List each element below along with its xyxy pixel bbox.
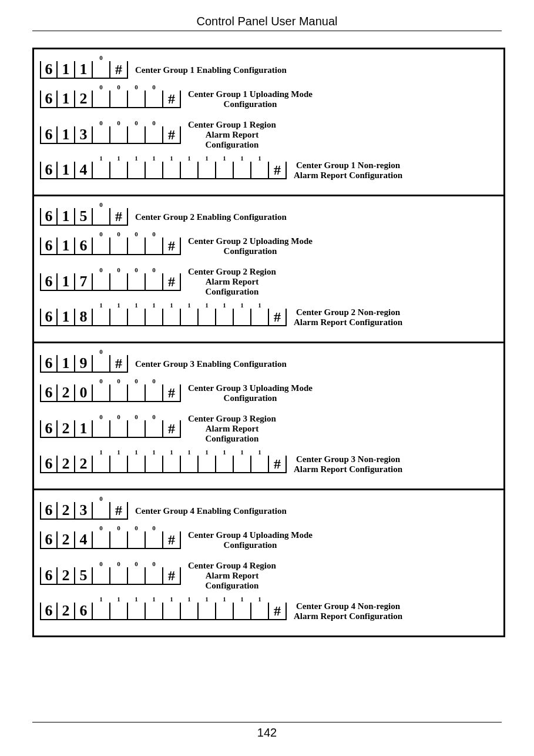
value-cell: 0 (146, 126, 163, 144)
code-digit: 1 (58, 61, 75, 79)
default-value: 0 (146, 413, 162, 420)
default-value: 1 (110, 155, 127, 162)
default-value: 1 (163, 302, 180, 309)
code-digit: 6 (40, 309, 58, 326)
value-cell: 1 (146, 309, 163, 326)
default-value: 1 (234, 596, 250, 603)
value-cell: 1 (251, 162, 269, 179)
value-cell: 1 (93, 309, 110, 326)
value-cell: 0 (110, 384, 128, 402)
value-cell: 0 (93, 355, 110, 373)
section: 6190#Center Group 3 Enabling Configurati… (34, 343, 503, 490)
code-digit: 2 (58, 384, 75, 402)
default-value: 0 (110, 230, 127, 237)
code-digit: 2 (58, 502, 75, 520)
value-cell: 1 (110, 162, 128, 179)
code-digit: 2 (58, 567, 75, 585)
hash-terminator: # (163, 237, 181, 255)
default-value: 1 (93, 302, 109, 309)
row-description: Center Group 4 Non-regionAlarm Report Co… (294, 601, 402, 621)
cell-group: 6190# (40, 355, 128, 373)
value-cell: 1 (163, 309, 181, 326)
cell-group: 6181111111111# (40, 309, 287, 326)
value-cell: 1 (181, 309, 199, 326)
default-value: 0 (93, 560, 109, 567)
hash-terminator: # (110, 208, 128, 226)
code-digit: 6 (40, 456, 58, 473)
value-cell: 0 (146, 273, 163, 291)
value-cell: 0 (128, 531, 146, 549)
code-digit: 2 (58, 531, 75, 549)
value-cell: 0 (93, 91, 110, 108)
value-cell: 0 (93, 208, 110, 226)
config-row: 6221111111111#Center Group 3 Non-regionA… (40, 454, 498, 474)
value-cell: 0 (93, 384, 110, 402)
hash-terminator: # (163, 384, 181, 402)
code-digit: 4 (75, 531, 93, 549)
value-cell: 1 (181, 162, 199, 179)
hash-terminator: # (163, 531, 181, 549)
code-digit: 3 (75, 126, 93, 144)
default-value: 1 (216, 449, 233, 456)
code-digit: 6 (40, 162, 58, 179)
value-cell: 0 (110, 531, 128, 549)
value-cell: 1 (181, 456, 199, 473)
default-value: 1 (163, 155, 180, 162)
cell-group: 6240000# (40, 531, 181, 549)
section: 6110#Center Group 1 Enabling Configurati… (34, 49, 503, 196)
config-row: 6190#Center Group 3 Enabling Configurati… (40, 355, 498, 373)
code-digit: 1 (58, 162, 75, 179)
hash-terminator: # (269, 603, 287, 620)
default-value: 0 (110, 119, 127, 126)
default-value: 1 (93, 449, 109, 456)
code-digit: 6 (40, 603, 58, 620)
value-cell: 0 (128, 126, 146, 144)
default-value: 1 (216, 302, 233, 309)
code-digit: 6 (40, 208, 58, 226)
hash-terminator: # (269, 456, 287, 473)
value-cell: 0 (146, 237, 163, 255)
row-description: Center Group 4 RegionAlarm ReportConfigu… (188, 561, 276, 591)
value-cell: 1 (181, 603, 199, 620)
section: 6150#Center Group 2 Enabling Configurati… (34, 196, 503, 343)
default-value: 0 (93, 495, 109, 502)
hash-terminator: # (110, 355, 128, 373)
value-cell: 1 (199, 162, 216, 179)
code-digit: 8 (75, 309, 93, 326)
value-cell: 1 (110, 603, 128, 620)
row-description: Center Group 1 Uploading ModeConfigurati… (188, 89, 313, 109)
code-digit: 6 (40, 91, 58, 108)
config-row: 6160000#Center Group 2 Uploading ModeCon… (40, 236, 498, 256)
value-cell: 0 (93, 420, 110, 438)
row-description: Center Group 2 Non-regionAlarm Report Co… (294, 307, 402, 327)
default-value: 1 (128, 596, 145, 603)
default-value: 1 (199, 155, 215, 162)
cell-group: 6130000# (40, 126, 181, 144)
code-digit: 1 (58, 273, 75, 291)
code-digit: 6 (40, 531, 58, 549)
default-value: 0 (93, 83, 109, 91)
default-value: 1 (128, 449, 145, 456)
value-cell: 1 (163, 456, 181, 473)
default-value: 0 (93, 413, 109, 420)
default-value: 1 (234, 449, 250, 456)
cell-group: 6250000# (40, 567, 181, 585)
config-row: 6250000#Center Group 4 RegionAlarm Repor… (40, 561, 498, 591)
default-value: 1 (251, 155, 268, 162)
default-value: 0 (93, 54, 109, 61)
cell-group: 6150# (40, 208, 128, 226)
config-row: 6230#Center Group 4 Enabling Configurati… (40, 502, 498, 520)
default-value: 1 (199, 596, 215, 603)
config-row: 6181111111111#Center Group 2 Non-regionA… (40, 307, 498, 327)
value-cell: 1 (199, 309, 216, 326)
code-digit: 5 (75, 567, 93, 585)
value-cell: 1 (93, 456, 110, 473)
default-value: 0 (128, 413, 145, 420)
value-cell: 0 (110, 126, 128, 144)
row-description: Center Group 4 Uploading ModeConfigurati… (188, 530, 313, 550)
code-digit: 2 (75, 91, 93, 108)
default-value: 1 (251, 449, 268, 456)
hash-terminator: # (110, 502, 128, 520)
code-digit: 6 (40, 502, 58, 520)
code-digit: 6 (40, 126, 58, 144)
